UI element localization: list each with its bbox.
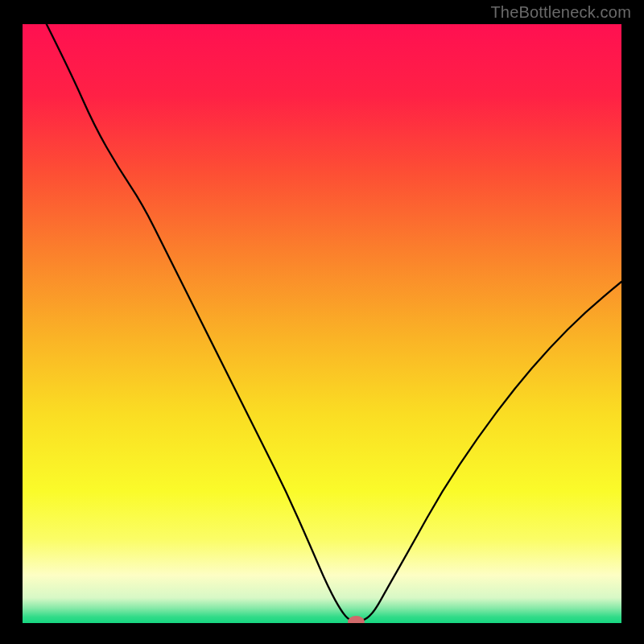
chart-container: TheBottleneck.com — [0, 0, 644, 644]
watermark-text: TheBottleneck.com — [490, 3, 631, 22]
chart-plot-area — [23, 24, 621, 623]
bottleneck-chart — [23, 24, 621, 623]
